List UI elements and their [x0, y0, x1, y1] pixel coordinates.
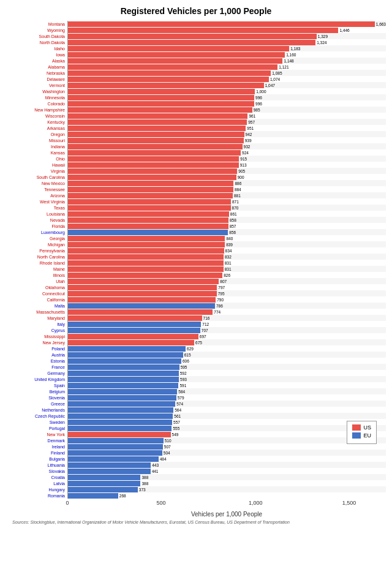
- bar-row: 629: [68, 345, 386, 352]
- bar-value: 870: [232, 206, 239, 210]
- bar-kansas: [68, 150, 241, 156]
- bar-value: 826: [224, 273, 230, 277]
- bar-row: 774: [68, 309, 386, 315]
- bar-row: 939: [68, 137, 386, 143]
- bar-greece: [68, 401, 175, 407]
- y-label-ireland: Ireland: [52, 443, 67, 450]
- y-label-west-virginia: West Virginia: [40, 198, 67, 205]
- bar-france: [68, 364, 179, 370]
- bar-value: 268: [119, 494, 126, 498]
- y-label-indiana: Indiana: [51, 143, 67, 149]
- bar-row: 858: [68, 217, 386, 223]
- bar-spain: [68, 383, 178, 388]
- bar-row: 507: [68, 443, 386, 450]
- bar-sweden: [68, 420, 172, 425]
- bar-austria: [68, 352, 183, 358]
- y-label-georgia: Georgia: [50, 235, 67, 241]
- bar-illinois: [68, 273, 222, 278]
- legend-eu-box: [352, 432, 361, 439]
- y-label-arkansas: Arkansas: [47, 125, 67, 131]
- bar-row: 807: [68, 278, 386, 284]
- bar-croatia: [68, 475, 140, 480]
- bar-value: 1,000: [256, 89, 266, 94]
- y-label-california: California: [47, 296, 67, 303]
- bar-value: 549: [172, 432, 179, 437]
- bar-ireland: [68, 444, 163, 450]
- y-label-netherlands: Netherlands: [42, 407, 67, 413]
- y-label-wisconsin: Wisconsin: [45, 113, 67, 119]
- y-label-pennsylvania: Pennsylvania: [39, 247, 67, 254]
- bar-denmark: [68, 438, 164, 443]
- y-label-washington: Washington: [42, 88, 67, 94]
- bar-vermont: [68, 83, 264, 88]
- bar-estonia: [68, 358, 181, 364]
- bar-row: 996: [68, 94, 386, 100]
- bar-value: 832: [225, 255, 232, 259]
- bar-row: 1,663: [68, 21, 386, 27]
- bar-row: 957: [68, 119, 386, 125]
- bar-value: 707: [202, 328, 208, 333]
- chart-container: Registered Vehicles per 1,000 People Mon…: [0, 0, 392, 549]
- bar-colorado: [68, 101, 254, 107]
- bar-row: 555: [68, 425, 386, 431]
- y-label-finland: Finland: [51, 450, 67, 456]
- bar-row: 441: [68, 468, 386, 474]
- bar-row: 606: [68, 358, 386, 364]
- bar-arizona: [68, 193, 233, 198]
- y-label-connecticut: Connecticut: [42, 290, 67, 296]
- y-label-estonia: Estonia: [51, 358, 67, 364]
- bar-row: 579: [68, 394, 386, 401]
- bar-value: 675: [195, 341, 202, 345]
- bar-texas: [68, 205, 231, 211]
- bar-value: 886: [235, 181, 241, 186]
- bar-row: 1,324: [68, 39, 386, 45]
- y-label-cyprus: Cyprus: [51, 327, 67, 333]
- bar-row: 388: [68, 480, 386, 486]
- bar-hungary: [68, 487, 138, 492]
- bar-georgia: [68, 236, 225, 241]
- bar-value: 1,446: [339, 28, 349, 32]
- y-label-nebraska: Nebraska: [47, 70, 67, 76]
- y-label-michigan: Michigan: [48, 241, 67, 247]
- bar-tennessee: [68, 187, 233, 192]
- y-label-mississippi: Mississippi: [44, 333, 67, 339]
- bar-value: 716: [203, 316, 210, 320]
- bar-value: 790: [217, 298, 224, 302]
- bar-germany: [68, 371, 179, 376]
- bar-west-virginia: [68, 199, 231, 205]
- bar-row: 790: [68, 296, 386, 303]
- bar-value: 884: [235, 187, 241, 192]
- y-label-italy: Italy: [57, 321, 67, 327]
- bar-wyoming: [68, 28, 338, 33]
- bar-value: 881: [234, 194, 241, 198]
- bar-nevada: [68, 217, 228, 223]
- bar-row: 1,446: [68, 27, 386, 33]
- bar-value: 857: [230, 224, 236, 228]
- bar-value: 615: [184, 353, 191, 357]
- y-label-malta: Malta: [55, 303, 67, 309]
- bar-value: 831: [225, 267, 232, 271]
- bar-value: 388: [141, 475, 148, 480]
- bar-washington: [68, 89, 255, 94]
- y-label-florida: Florida: [52, 223, 67, 229]
- y-label-croatia: Croatia: [51, 474, 67, 480]
- bar-value: 797: [218, 285, 225, 290]
- bar-value: 564: [175, 408, 181, 412]
- bar-hawaii: [68, 162, 239, 168]
- bar-row: 615: [68, 352, 386, 358]
- y-label-tennessee: Tennessee: [44, 186, 67, 192]
- bar-value: 1,329: [318, 34, 328, 39]
- bar-value: 839: [226, 243, 233, 247]
- x-axis-label: Vehicles per 1,000 People: [67, 511, 386, 518]
- bar-row: 675: [68, 339, 386, 345]
- bar-cyprus: [68, 328, 200, 333]
- bar-virginia: [68, 168, 237, 174]
- bar-connecticut: [68, 291, 217, 296]
- bar-value: 697: [200, 334, 206, 339]
- y-label-romania: Romania: [48, 492, 67, 499]
- bar-california: [68, 297, 216, 303]
- bar-arkansas: [68, 126, 246, 131]
- bar-united-kingdom: [68, 377, 179, 382]
- bar-value: 592: [180, 371, 187, 375]
- legend: US EU: [347, 421, 377, 444]
